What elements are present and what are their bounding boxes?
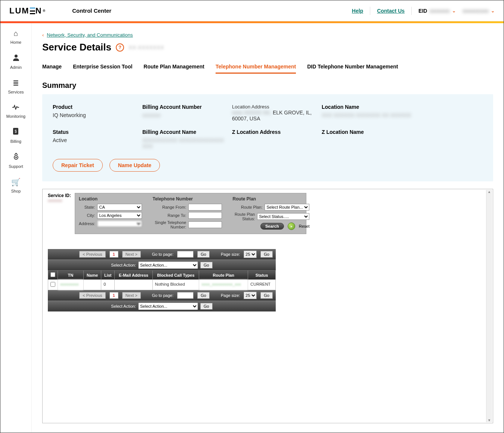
- z-loc-addr-label: Z Location Address: [232, 129, 322, 135]
- goto-go-button[interactable]: Go: [197, 251, 210, 258]
- range-to-input[interactable]: [188, 212, 222, 219]
- sidebar-item-billing[interactable]: $Billing: [10, 128, 21, 144]
- route-plan-select[interactable]: Select Route Plan.....: [265, 204, 309, 211]
- col-tn: TN: [58, 271, 84, 280]
- tab-manage[interactable]: Manage: [42, 64, 62, 74]
- col-list: List: [101, 271, 115, 280]
- results-area: < Previous 1 Next > Go to page: Go Page …: [48, 249, 276, 311]
- sidebar-item-support[interactable]: Support: [9, 153, 23, 169]
- sidebar-item-admin[interactable]: Admin: [10, 53, 22, 70]
- back-icon[interactable]: ‹: [42, 32, 44, 38]
- cell-email: [115, 280, 153, 290]
- embedded-frame: ▲ ▼ Service ID: xxxxxxx Location State:C…: [42, 189, 493, 423]
- breadcrumb-link[interactable]: Network, Security, and Communications: [47, 32, 133, 38]
- action-go-button-bottom[interactable]: Go: [200, 303, 213, 310]
- app-title: Control Center: [72, 7, 111, 14]
- topbar: LUMN® Control Center Help Contact Us EID…: [0, 0, 504, 21]
- col-name: Name: [83, 271, 101, 280]
- col-blocked: Blocked Call Types: [152, 271, 199, 280]
- tn-heading: Telephone Number: [152, 196, 222, 202]
- cell-blocked: Nothing Blocked: [152, 280, 199, 290]
- goto-page-input-bottom[interactable]: [177, 292, 194, 299]
- tab-telephone-number-management[interactable]: Telephone Number Management: [216, 64, 296, 74]
- user-dropdown[interactable]: xxxxxxxxx ⌄: [463, 8, 495, 14]
- cell-route-plan: xxxx_xxxxxxxxxx_xxx: [199, 280, 248, 290]
- cell-list: 0: [101, 280, 115, 290]
- pulse-icon: [12, 103, 19, 112]
- prev-button[interactable]: < Previous: [79, 251, 105, 258]
- sidebar-item-home[interactable]: ⌂Home: [10, 29, 21, 44]
- cell-name: [83, 280, 101, 290]
- action-bar-bottom: Select Action: Select Action... Go: [48, 301, 276, 311]
- filter-panel: Location State:CA City:Los Angeles Addre…: [75, 193, 306, 234]
- page-title: Service Details: [42, 42, 111, 53]
- col-status: Status: [248, 271, 276, 280]
- scrollbar[interactable]: ▲ ▼: [486, 190, 492, 422]
- invoice-icon: $: [12, 128, 19, 137]
- inner-service-id-value: xxxxxxx: [48, 198, 71, 203]
- range-from-input[interactable]: [188, 204, 222, 211]
- state-select[interactable]: CA: [97, 204, 142, 211]
- results-table: TN Name List E-Mail Address Blocked Call…: [48, 270, 276, 290]
- loc-name-value: XXX XXXXXX XXXXXXX XX XXXXXX: [322, 112, 411, 118]
- col-route-plan: Route Plan: [199, 271, 248, 280]
- page-size-select[interactable]: 25: [244, 251, 257, 258]
- reset-link[interactable]: Reset: [299, 224, 310, 228]
- current-page-bottom: 1: [109, 292, 118, 299]
- page-size-go-button-bottom[interactable]: Go: [260, 292, 273, 299]
- cell-status: CURRENT: [248, 280, 276, 290]
- route-plan-status-select[interactable]: Select Status.....: [257, 213, 309, 220]
- prev-button-bottom[interactable]: < Previous: [79, 292, 105, 299]
- sidebar: ⌂Home Admin ≣Services Monitoring $Billin…: [0, 23, 32, 432]
- action-go-button[interactable]: Go: [200, 262, 213, 268]
- select-action-dropdown[interactable]: Select Action...: [138, 261, 198, 269]
- tab-did-telephone-number-management[interactable]: DID Telephone Number Management: [307, 64, 398, 74]
- select-all-checkbox[interactable]: [50, 272, 55, 277]
- next-button[interactable]: Next >: [122, 251, 141, 258]
- page-size-go-button[interactable]: Go: [260, 251, 273, 258]
- tab-bar: Manage Enterprise Session Tool Route Pla…: [42, 64, 493, 74]
- ban-value: xxxxxxx: [142, 112, 232, 118]
- sidebar-item-monitoring[interactable]: Monitoring: [6, 103, 25, 119]
- lumen-logo: LUMN®: [9, 6, 46, 16]
- help-icon[interactable]: ?: [116, 43, 124, 52]
- chevron-down-icon: ⌄: [452, 8, 456, 13]
- gear-icon: [12, 153, 20, 162]
- status-label: Status: [53, 129, 142, 135]
- address-select[interactable]: [97, 220, 142, 227]
- separator: [370, 7, 370, 15]
- select-action-dropdown-bottom[interactable]: Select Action...: [138, 303, 198, 310]
- ban-name-value: XXXXXXXXXX XXXXXXXXXXXXX XXX: [142, 137, 232, 149]
- sidebar-item-services[interactable]: ≣Services: [8, 79, 24, 94]
- breadcrumb: ‹ Network, Security, and Communications: [42, 32, 493, 38]
- location-heading: Location: [79, 196, 142, 202]
- contact-link[interactable]: Contact Us: [377, 8, 405, 14]
- ban-name-label: Billing Account Name: [142, 129, 232, 135]
- summary-box: Product IQ Networking Billing Account Nu…: [42, 94, 493, 181]
- row-checkbox[interactable]: [50, 282, 55, 287]
- name-update-button[interactable]: Name Update: [109, 159, 160, 172]
- next-button-bottom[interactable]: Next >: [122, 292, 141, 299]
- scroll-down-icon[interactable]: ▼: [488, 418, 491, 422]
- goto-page-input[interactable]: [177, 251, 194, 258]
- search-button[interactable]: Search: [260, 223, 284, 230]
- single-tn-input[interactable]: [188, 221, 222, 228]
- home-icon: ⌂: [13, 29, 18, 38]
- svg-point-4: [15, 157, 17, 158]
- user-icon: [12, 53, 20, 63]
- scroll-up-icon[interactable]: ▲: [488, 190, 491, 194]
- loc-addr-value: xxxx XXXXX XX, ELK GROVE, IL, 60007, USA: [232, 110, 322, 122]
- eid-dropdown[interactable]: EID xxxxxxx ⌄: [418, 8, 456, 14]
- action-bar-top: Select Action: Select Action... Go: [48, 260, 276, 270]
- help-link[interactable]: Help: [352, 8, 363, 14]
- summary-heading: Summary: [42, 81, 493, 90]
- city-select[interactable]: Los Angeles: [97, 212, 142, 219]
- tab-route-plan-management[interactable]: Route Plan Management: [143, 64, 204, 74]
- inner-service-id-label: Service ID:: [48, 193, 71, 198]
- page-size-select-bottom[interactable]: 25: [244, 292, 257, 299]
- go-icon[interactable]: »: [288, 222, 295, 230]
- repair-ticket-button[interactable]: Repair Ticket: [53, 159, 103, 172]
- goto-go-button-bottom[interactable]: Go: [197, 292, 210, 299]
- tab-enterprise-session-tool[interactable]: Enterprise Session Tool: [73, 64, 132, 74]
- sidebar-item-shop[interactable]: 🛒Shop: [11, 178, 21, 193]
